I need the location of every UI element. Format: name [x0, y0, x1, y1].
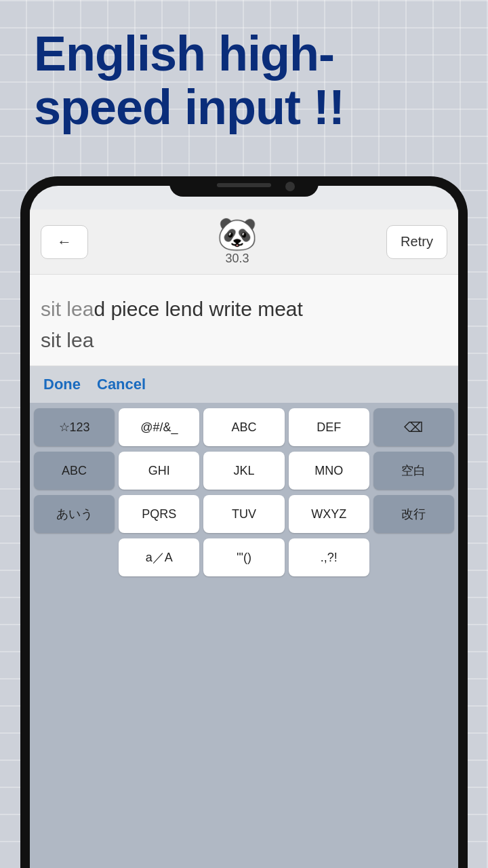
- typed-portion: sit lea: [41, 298, 94, 320]
- key-star123[interactable]: ☆123: [34, 408, 115, 446]
- title-line2: speed input !!: [34, 80, 344, 134]
- score-display: 30.3: [225, 252, 249, 266]
- key-pqrs[interactable]: PQRS: [119, 495, 199, 533]
- key-abc-left[interactable]: ABC: [34, 452, 115, 490]
- key-mno[interactable]: MNO: [289, 452, 369, 490]
- notch-speaker: [217, 183, 271, 187]
- phone-notch: [169, 176, 319, 197]
- done-button[interactable]: Done: [43, 376, 81, 393]
- title-line1: English high-: [34, 26, 334, 81]
- retry-label: Retry: [401, 234, 433, 250]
- text-display-area: sit lead piece lend write meat sit lea: [30, 275, 458, 366]
- phone-screen: ← 🐼 30.3 Retry sit lead piece lend write…: [30, 186, 458, 868]
- key-case-toggle[interactable]: a／A: [119, 538, 199, 576]
- key-enter[interactable]: 改行: [373, 495, 454, 533]
- action-bar: Done Cancel: [30, 366, 458, 403]
- panda-mascot: 🐼: [217, 218, 258, 250]
- app-content: ← 🐼 30.3 Retry sit lead piece lend write…: [30, 210, 458, 868]
- key-punctuation[interactable]: .,?!: [289, 538, 369, 576]
- target-text: sit lead piece lend write meat: [41, 295, 447, 323]
- key-abc-top[interactable]: ABC: [203, 408, 284, 446]
- cancel-button[interactable]: Cancel: [97, 376, 146, 393]
- key-tuv[interactable]: TUV: [203, 495, 284, 533]
- keyboard-row-2: ABC GHI JKL MNO 空白: [34, 452, 454, 490]
- key-space-jp[interactable]: 空白: [373, 452, 454, 490]
- title-section: English high- speed input !!: [0, 27, 488, 134]
- input-text: sit lea: [41, 329, 447, 352]
- keyboard-row-3: あいう PQRS TUV WXYZ 改行: [34, 495, 454, 533]
- key-def[interactable]: DEF: [289, 408, 369, 446]
- key-wxyz[interactable]: WXYZ: [289, 495, 369, 533]
- top-bar: ← 🐼 30.3 Retry: [30, 210, 458, 275]
- panda-area: 🐼 30.3: [217, 218, 258, 266]
- key-ghi[interactable]: GHI: [119, 452, 199, 490]
- phone-frame: ← 🐼 30.3 Retry sit lead piece lend write…: [20, 176, 468, 868]
- keyboard-row-4: a／A '"() .,?!: [34, 538, 454, 576]
- key-aiueo[interactable]: あいう: [34, 495, 115, 533]
- back-button[interactable]: ←: [41, 225, 88, 259]
- key-symbols[interactable]: @#/&_: [119, 408, 199, 446]
- keyboard-area: ☆123 @#/&_ ABC DEF ⌫: [30, 403, 458, 868]
- keyboard-row-1: ☆123 @#/&_ ABC DEF ⌫: [34, 408, 454, 446]
- delete-icon: ⌫: [404, 419, 423, 435]
- main-title: English high- speed input !!: [34, 27, 454, 134]
- retry-button[interactable]: Retry: [386, 225, 447, 259]
- back-icon: ←: [57, 233, 72, 251]
- key-jkl[interactable]: JKL: [203, 452, 284, 490]
- delete-key[interactable]: ⌫: [373, 408, 454, 446]
- key-quotes[interactable]: '"(): [203, 538, 284, 576]
- notch-camera: [285, 182, 295, 191]
- remaining-portion: d piece lend write meat: [94, 298, 303, 320]
